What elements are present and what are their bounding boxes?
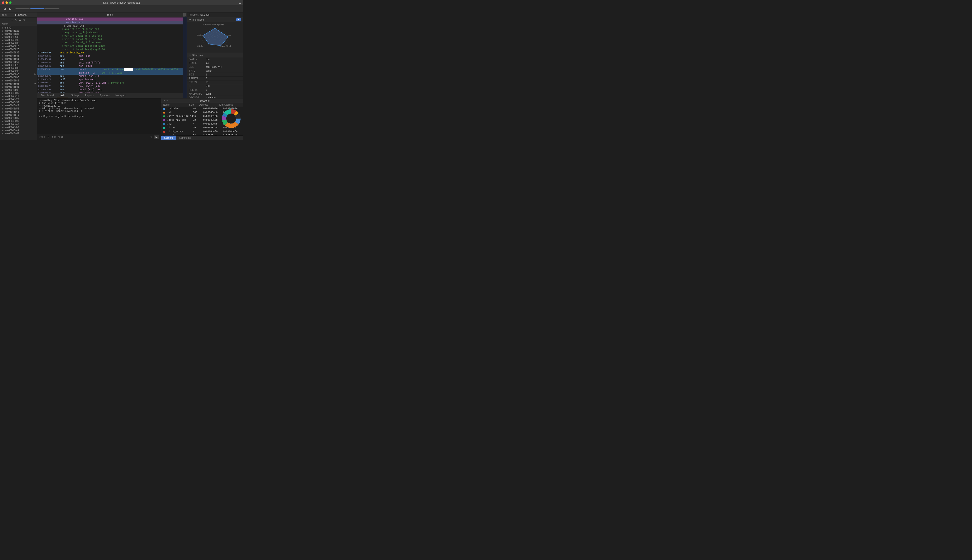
code-line: 0x08048d64 push eax [37, 58, 183, 61]
section-color [163, 112, 165, 113]
settings-icon[interactable]: ⚙ [23, 18, 27, 22]
list-item[interactable]: ▶fcn.08048cc6 [0, 129, 37, 132]
section-name: .jcr [167, 123, 191, 125]
code-line: ; arg int arg_8h @ ebp+0x8 [37, 28, 183, 31]
tab-symbols[interactable]: Symbols [97, 93, 113, 98]
list-item[interactable]: ▶fcn.08048c26 [0, 98, 37, 101]
console-run-button[interactable]: ▶ [154, 135, 159, 139]
tab-dashboard[interactable]: Dashboard [38, 93, 57, 98]
list-item[interactable]: ▶fcn.08048ca6 [0, 123, 37, 126]
svg-point-16 [214, 37, 215, 37]
console-line: > Loading file: /Users/hteso/Pocs/true32 [39, 99, 159, 102]
tab-comments[interactable]: Comments [176, 135, 194, 140]
list-item[interactable]: ▶fcn.08048ba6 👁 [0, 73, 37, 76]
list-item[interactable]: ▶fcn.08048c36 [0, 101, 37, 104]
list-item[interactable]: ▶fcn.08048b26 [0, 48, 37, 51]
console-dropdown-icon[interactable]: ▼ [150, 136, 152, 138]
section-color [163, 135, 165, 135]
code-line: section.text: [37, 21, 183, 25]
offset-section-header[interactable]: ▼ Offset info: [187, 53, 243, 57]
tab-notepad[interactable]: Notepad [113, 93, 129, 98]
section-text-label: section.text: [38, 21, 85, 25]
function-value: .text:main [200, 13, 210, 16]
list-item[interactable]: ▶ entry0 [0, 26, 37, 29]
nav-tab-1[interactable] [15, 8, 30, 9]
function-name-label: main [107, 13, 113, 16]
minimize-button[interactable] [5, 2, 8, 4]
console-input[interactable] [39, 136, 150, 138]
information-section-header[interactable]: ▼ Information ✦ [187, 17, 243, 22]
sections-close-x[interactable]: ✕ [163, 99, 165, 102]
section-row-init[interactable]: .init 38 0x08048aac 0x08048ad2 [161, 133, 243, 135]
section-addr: 0x08048188 [203, 115, 221, 118]
list-item[interactable]: ▶fcn.08048b36 [0, 51, 37, 54]
section-name: .interp [167, 127, 191, 129]
forward-button[interactable]: ▶ [7, 7, 13, 11]
menu-icon[interactable]: ☰ [239, 1, 241, 4]
list-item[interactable]: ▶fcn.08048c96 [0, 120, 37, 123]
nav-tab-3[interactable] [45, 8, 59, 9]
nav-tabs [15, 8, 59, 9]
list-item[interactable]: ▶fcn.08048aac [0, 29, 37, 32]
list-item[interactable]: ▶fcn.08048bd6 ➡ [0, 82, 37, 85]
info-panel: Function: .text:main ▼ Information ✦ Cyc… [187, 12, 243, 98]
list-item[interactable]: ▶fcn.08048c86 [0, 117, 37, 120]
function-label: Function: [189, 13, 199, 16]
list-item[interactable]: ▶fcn.08048bc6 [0, 79, 37, 82]
list-item[interactable]: ▶fcn.08048b66 [0, 60, 37, 63]
list-item[interactable]: ▶fcn.08048b96 [0, 70, 37, 73]
sidebar-close-x[interactable]: ✕ [2, 13, 4, 16]
list-item[interactable]: ▶fcn.08048c66 [0, 110, 37, 113]
sections-close-x2[interactable]: ✕ [166, 99, 168, 102]
list-item[interactable]: ▶fcn.08048c56 [0, 107, 37, 110]
list-item[interactable]: ▶fcn.08048c16 [0, 95, 37, 98]
list-item[interactable]: ▶fcn.08048c76 [0, 113, 37, 117]
code-line: ; var int local_ch @ esp+0xc [37, 41, 183, 45]
list-item[interactable]: ▶fcn.08048cb6 [0, 126, 37, 129]
close-button[interactable] [2, 2, 4, 4]
maximize-button[interactable] [9, 2, 12, 4]
cursor-icon[interactable]: ↖ [14, 18, 18, 22]
list-item[interactable]: ▶fcn.08048bf6 [0, 88, 37, 92]
code-content[interactable]: section..bit: section.text: (fcn) main 2… [37, 17, 183, 93]
graph-panel[interactable]: Preview Pseudo Graph [183, 12, 187, 98]
sections-panel-header: ✕ ✕ Sections [161, 98, 243, 103]
sidebar-close-x2[interactable]: ✕ [5, 13, 7, 16]
tab-graph[interactable]: Graph [183, 13, 186, 17]
tab-imports[interactable]: Imports [82, 93, 97, 98]
tab-main[interactable]: main [57, 93, 68, 98]
nav-tab-2[interactable] [30, 8, 45, 9]
menu-icon[interactable]: ☰ [18, 18, 22, 22]
list-item[interactable]: ▶fcn.08048cd6 [0, 132, 37, 135]
section-name: .note.gnu.build_id [167, 115, 191, 118]
list-item[interactable]: ▶fcn.08048b76 [0, 63, 37, 67]
offset-info-section: ▼ Offset info: FAMILY cpu STACK inc ESIL… [187, 53, 243, 98]
sidebar-list[interactable]: ▶ entry0 ▶fcn.08048aac ▶fcn.08048ab8 ▶fc… [0, 26, 37, 140]
tab-sections[interactable]: Sections [161, 135, 176, 140]
list-item[interactable]: ▶fcn.08048ab8 [0, 32, 37, 35]
code-line: (fcn) main 261 [37, 25, 183, 28]
list-item[interactable]: ▶fcn.08048c46 [0, 104, 37, 107]
section-size: 36 [193, 115, 201, 118]
list-item[interactable]: ▶fcn.08048be6 [0, 85, 37, 88]
back-button[interactable]: ◀ [2, 7, 7, 11]
list-item[interactable]: ▶fcn.08048b86 [0, 67, 37, 70]
section-row-init-array[interactable]: .init_array 4 0x0804def0 0x0804def4 [161, 130, 243, 133]
section-size: 32 [193, 119, 201, 122]
list-item[interactable]: ▶fcn.08048b46 [0, 54, 37, 57]
list-item[interactable]: ▶fcn.08048ad2 [0, 35, 37, 38]
list-item[interactable]: ▶fcn.08048c06 [0, 92, 37, 95]
sections-col-end: End Address [219, 103, 237, 106]
sections-col-size: Size [189, 103, 197, 106]
list-item[interactable]: ▶fcn.08048b06 [0, 42, 37, 45]
code-line: ; var int local_8h @ esp+0x8 [37, 38, 183, 41]
tab-strings[interactable]: Strings [68, 93, 82, 98]
list-item[interactable]: ▶fcn.08048bb6 [0, 76, 37, 79]
sections-list[interactable]: .rel.dyn 40 0x08048494c 0x08048974 .plt … [161, 107, 243, 135]
list-icon[interactable]: ≡ [10, 18, 13, 22]
code-line: 0x08048d7c mov edx, dword [arg_ch] ; [0x… [37, 82, 183, 85]
list-item[interactable]: ▶fcn.08048b56 [0, 57, 37, 60]
list-item[interactable]: ▶fcn.08048b16 [0, 45, 37, 48]
list-item[interactable]: ▶fcn.08048af6 [0, 38, 37, 42]
console-line: -- May the segfault be with you. [39, 115, 159, 118]
